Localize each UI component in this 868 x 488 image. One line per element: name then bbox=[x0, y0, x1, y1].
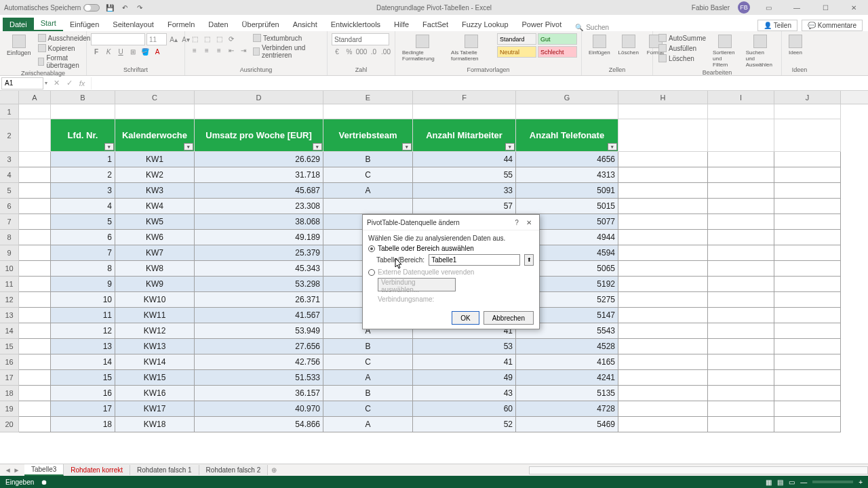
row-header[interactable]: 16 bbox=[0, 354, 19, 370]
cell[interactable] bbox=[618, 152, 708, 167]
cell[interactable] bbox=[774, 308, 841, 323]
cell-kw[interactable]: KW17 bbox=[115, 401, 195, 417]
cell[interactable] bbox=[774, 104, 841, 119]
confirm-formula-icon[interactable]: ✓ bbox=[63, 77, 75, 89]
cell-mitarbeiter[interactable]: 53 bbox=[413, 339, 516, 354]
col-header[interactable]: E bbox=[323, 91, 413, 104]
zoom-slider[interactable] bbox=[812, 481, 853, 483]
cell-umsatz[interactable]: 36.157 bbox=[195, 386, 323, 401]
cell[interactable] bbox=[708, 386, 774, 401]
cell-team[interactable] bbox=[323, 199, 413, 214]
cell[interactable] bbox=[708, 292, 774, 308]
sheet-nav[interactable]: ◄ ► bbox=[0, 466, 24, 474]
cell-umsatz[interactable]: 38.068 bbox=[195, 214, 323, 230]
col-header[interactable]: B bbox=[51, 91, 115, 104]
table-header[interactable]: Anzahl Telefonate▾ bbox=[516, 119, 618, 152]
cell[interactable] bbox=[618, 245, 708, 261]
cell[interactable] bbox=[708, 167, 774, 183]
row-header[interactable]: 2 bbox=[0, 119, 19, 152]
cell[interactable] bbox=[708, 245, 774, 261]
cell-kw[interactable]: KW6 bbox=[115, 230, 195, 245]
cell[interactable] bbox=[708, 417, 774, 432]
radio-table-range[interactable]: Tabelle oder Bereich auswählen bbox=[368, 245, 534, 252]
cell[interactable] bbox=[774, 339, 841, 354]
cell-lfdnr[interactable]: 14 bbox=[51, 354, 115, 370]
cell[interactable] bbox=[115, 104, 195, 119]
horizontal-scrollbar[interactable] bbox=[529, 466, 868, 474]
format-painter-button[interactable]: Format übertragen bbox=[37, 54, 92, 70]
cell-telefonate[interactable]: 4728 bbox=[516, 401, 618, 417]
cell[interactable] bbox=[708, 214, 774, 230]
cell-umsatz[interactable]: 54.866 bbox=[195, 417, 323, 432]
cell[interactable] bbox=[774, 323, 841, 339]
tab-start[interactable]: Start bbox=[34, 16, 63, 31]
cell-lfdnr[interactable]: 16 bbox=[51, 386, 115, 401]
cell[interactable] bbox=[19, 199, 51, 214]
cell-telefonate[interactable]: 4241 bbox=[516, 370, 618, 386]
cell[interactable] bbox=[19, 323, 51, 339]
merge-button[interactable]: Verbinden und zentrieren bbox=[252, 43, 323, 60]
cell-kw[interactable]: KW10 bbox=[115, 292, 195, 308]
range-picker-icon[interactable]: ⬆ bbox=[524, 254, 534, 266]
cell[interactable] bbox=[618, 261, 708, 277]
table-header[interactable]: Vertriebsteam▾ bbox=[323, 119, 413, 152]
cell[interactable] bbox=[19, 277, 51, 292]
cell-kw[interactable]: KW15 bbox=[115, 370, 195, 386]
cell-lfdnr[interactable]: 17 bbox=[51, 401, 115, 417]
row-header[interactable]: 18 bbox=[0, 386, 19, 401]
cell-lfdnr[interactable]: 6 bbox=[51, 230, 115, 245]
col-header[interactable]: J bbox=[774, 91, 841, 104]
style-neutral[interactable]: Neutral bbox=[497, 46, 536, 58]
tab-help[interactable]: Hilfe bbox=[387, 18, 416, 31]
cell-umsatz[interactable]: 41.567 bbox=[195, 308, 323, 323]
cell-telefonate[interactable]: 4313 bbox=[516, 167, 618, 183]
row-header[interactable]: 6 bbox=[0, 199, 19, 214]
cell[interactable] bbox=[19, 401, 51, 417]
macro-record-icon[interactable]: ⏺ bbox=[41, 479, 47, 486]
cell[interactable] bbox=[774, 292, 841, 308]
cell[interactable] bbox=[19, 214, 51, 230]
cell[interactable] bbox=[19, 292, 51, 308]
col-header[interactable]: H bbox=[618, 91, 708, 104]
cell[interactable] bbox=[19, 245, 51, 261]
cell[interactable] bbox=[618, 167, 708, 183]
border-button[interactable]: ⊞ bbox=[127, 46, 138, 57]
row-header[interactable]: 14 bbox=[0, 323, 19, 339]
cell[interactable] bbox=[19, 230, 51, 245]
cell[interactable] bbox=[618, 183, 708, 199]
filter-button[interactable]: ▾ bbox=[402, 143, 412, 150]
sheet-tab-tabelle3[interactable]: Tabelle3 bbox=[24, 464, 64, 476]
cell-mitarbeiter[interactable]: 52 bbox=[413, 417, 516, 432]
cell[interactable] bbox=[708, 277, 774, 292]
font-grow-icon[interactable]: A▴ bbox=[168, 34, 179, 45]
cell[interactable] bbox=[19, 339, 51, 354]
cell-team[interactable]: B bbox=[323, 339, 413, 354]
cell-team[interactable]: B bbox=[323, 386, 413, 401]
fill-button[interactable]: Ausfüllen bbox=[657, 43, 707, 53]
row-header[interactable]: 4 bbox=[0, 167, 19, 183]
wrap-text-button[interactable]: Textumbruch bbox=[252, 33, 323, 43]
indent-inc-icon[interactable]: ⇥ bbox=[238, 45, 249, 56]
select-all-corner[interactable] bbox=[0, 91, 19, 104]
row-header[interactable]: 9 bbox=[0, 245, 19, 261]
filter-button[interactable]: ▾ bbox=[184, 143, 193, 150]
view-normal-icon[interactable]: ▦ bbox=[766, 479, 772, 486]
col-header[interactable]: A bbox=[19, 91, 51, 104]
tab-developer[interactable]: Entwicklertools bbox=[324, 18, 387, 31]
cancel-button[interactable]: Abbrechen bbox=[484, 311, 534, 325]
cell[interactable] bbox=[774, 417, 841, 432]
cell[interactable] bbox=[19, 152, 51, 167]
cell[interactable] bbox=[774, 277, 841, 292]
close-icon[interactable]: ✕ bbox=[844, 1, 864, 14]
cell[interactable] bbox=[774, 230, 841, 245]
cell[interactable] bbox=[774, 354, 841, 370]
cell[interactable] bbox=[413, 104, 516, 119]
filter-button[interactable]: ▾ bbox=[104, 143, 114, 150]
ideas-button[interactable]: Ideen bbox=[786, 33, 805, 57]
underline-button[interactable]: U bbox=[115, 46, 126, 57]
find-select-button[interactable]: Suchen und Auswählen bbox=[743, 33, 777, 69]
cell[interactable] bbox=[774, 370, 841, 386]
row-header[interactable]: 8 bbox=[0, 230, 19, 245]
cell-telefonate[interactable]: 4528 bbox=[516, 339, 618, 354]
cell-umsatz[interactable]: 51.533 bbox=[195, 370, 323, 386]
